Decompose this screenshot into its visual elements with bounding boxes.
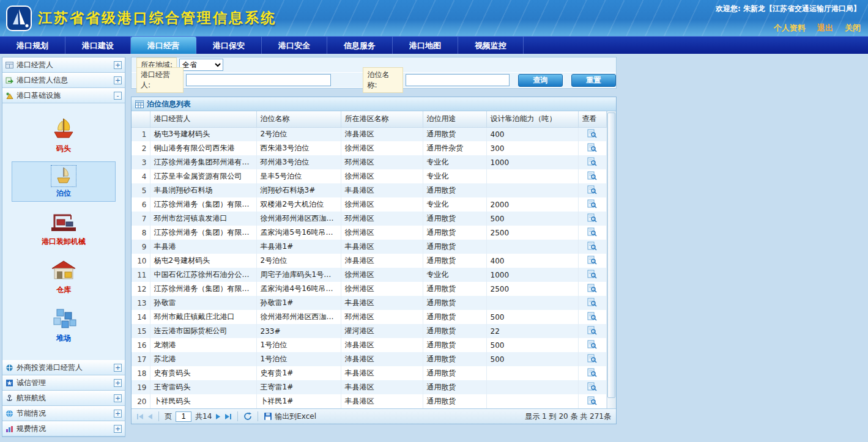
reset-button[interactable]: 重置 — [571, 74, 616, 87]
table-row[interactable]: 1杨屯3号建材码头2号泊位沛县港区通用散货400 — [132, 127, 606, 141]
view-icon[interactable] — [587, 312, 597, 321]
nav-tab[interactable]: 港口经营 — [131, 37, 196, 54]
view-icon[interactable] — [587, 368, 597, 377]
facility-item[interactable]: 码头 — [12, 113, 116, 157]
sidebar-item[interactable]: 诚信管理+ — [2, 375, 125, 391]
refresh-button[interactable] — [243, 412, 252, 421]
facility-item[interactable]: 港口装卸机械 — [12, 206, 116, 250]
pager-divider — [258, 411, 258, 421]
expand-toggle[interactable]: + — [114, 76, 122, 84]
sidebar-item[interactable]: 外商投资港口经营人+ — [2, 360, 125, 375]
view-icon[interactable] — [587, 382, 597, 391]
sidebar-item[interactable]: 规费情况+ — [2, 421, 125, 436]
facility-item[interactable]: 堆场 — [12, 303, 116, 347]
expand-toggle[interactable]: + — [114, 394, 122, 402]
expand-toggle[interactable]: + — [114, 379, 122, 387]
berth-name-input[interactable] — [406, 74, 510, 86]
table-row[interactable]: 15连云港市国际货柜公司233#灌河港区通用散货22 — [132, 324, 606, 338]
view-icon[interactable] — [587, 213, 597, 223]
table-row[interactable]: 19王寄雷码头王寄雷1#丰县港区通用散货 — [132, 380, 606, 394]
sidebar-item[interactable]: 节能情况+ — [2, 406, 125, 421]
row-number-header — [132, 111, 150, 127]
sidebar-item-label: 港口经营人 — [17, 60, 53, 70]
next-page-button[interactable] — [215, 413, 221, 420]
view-icon[interactable] — [587, 143, 597, 152]
nav-tab[interactable]: 港口安全 — [262, 37, 327, 54]
logout-link[interactable]: 退出 — [817, 23, 833, 32]
view-icon[interactable] — [587, 396, 597, 405]
table-scrollbar[interactable] — [607, 111, 617, 408]
query-button[interactable]: 查询 — [518, 74, 563, 87]
view-icon[interactable] — [587, 284, 597, 293]
first-page-button[interactable] — [136, 413, 144, 420]
view-icon[interactable] — [587, 241, 597, 251]
cell-operator: 孙敬雷 — [150, 296, 256, 310]
sidebar-item[interactable]: 港口经营人+ — [2, 57, 125, 73]
view-icon[interactable] — [587, 326, 597, 335]
profile-link[interactable]: 个人资料 — [774, 23, 806, 32]
view-icon[interactable] — [587, 298, 597, 307]
expand-toggle[interactable]: - — [114, 92, 122, 100]
region-select[interactable]: 全省 — [179, 59, 223, 71]
table-row[interactable]: 13孙敬雷孙敬雷1#丰县港区通用散货 — [132, 296, 606, 310]
cell-usage: 通用散货 — [423, 394, 486, 408]
page-number-input[interactable] — [176, 411, 191, 422]
view-icon[interactable] — [587, 270, 597, 279]
table-row[interactable]: 11中国石化江苏徐州石油分公司周...周宅子油库码头1号泊位徐州港区专业化100… — [132, 268, 606, 282]
view-icon[interactable] — [587, 185, 597, 194]
prev-page-button[interactable] — [147, 413, 153, 420]
table-row[interactable]: 17苏北港1号泊位沛县港区通用散货500 — [132, 352, 606, 366]
view-icon[interactable] — [587, 129, 597, 138]
last-page-button[interactable] — [224, 413, 232, 420]
table-row[interactable]: 20卜祥民码头卜祥民1#丰县港区通用散货 — [132, 394, 606, 408]
table-row[interactable]: 5丰县润翔砂石料场润翔砂石料场3#丰县港区通用散货 — [132, 183, 606, 197]
operator-input[interactable] — [186, 74, 331, 86]
close-link[interactable]: 关闭 — [845, 23, 861, 32]
cell-capacity — [486, 380, 578, 394]
row-number: 1 — [132, 127, 150, 141]
table-row[interactable]: 6江苏徐州港务（集团）有限公司双楼港2号大机泊位徐州港区专业化2000 — [132, 197, 606, 212]
table-row[interactable]: 7邳州市岔河镇袁发港口徐州港邳州港区西泇河...邳州港区通用散货500 — [132, 212, 606, 226]
view-icon[interactable] — [587, 354, 597, 363]
table-row[interactable]: 4江苏呈丰金属资源有限公司呈丰5号泊位徐州港区专业化 — [132, 169, 606, 183]
row-number: 14 — [132, 310, 150, 324]
nav-tab[interactable]: 信息服务 — [327, 37, 393, 54]
table-row[interactable]: 16龙潮港1号泊位沛县港区通用散货500 — [132, 338, 606, 352]
table-row[interactable]: 12江苏徐州港务（集团）有限公司孟家沟港4号16吨吊泊位徐州港区通用散货2500 — [132, 282, 606, 296]
facility-item[interactable]: 仓库 — [12, 254, 116, 298]
facility-item[interactable]: 泊位 — [12, 161, 116, 202]
table-row[interactable]: 8江苏徐州港务（集团）有限公司孟家沟港5号16吨吊泊位徐州港区通用散货2500 — [132, 226, 606, 240]
expand-toggle[interactable]: + — [114, 425, 122, 433]
export-excel-button[interactable]: 输出到Excel — [264, 411, 316, 422]
view-cell — [578, 141, 606, 155]
table-row[interactable]: 2铜山港务有限公司西朱港西朱港3号泊位徐州港区通用件杂货300 — [132, 141, 606, 155]
view-icon[interactable] — [587, 157, 597, 166]
expand-toggle[interactable]: + — [114, 61, 122, 69]
cell-usage: 通用散货 — [423, 127, 486, 141]
expand-toggle[interactable]: + — [114, 364, 122, 372]
scrollbar-thumb[interactable] — [607, 112, 615, 398]
nav-tab[interactable]: 港口建设 — [65, 37, 131, 54]
table-row[interactable]: 3江苏徐州港务集团邳州港有限公司邳州港3号泊位邳州港区专业化1000 — [132, 155, 606, 169]
expand-toggle[interactable]: + — [114, 410, 122, 418]
view-icon[interactable] — [587, 256, 597, 265]
nav-tab[interactable]: 视频监控 — [458, 37, 524, 54]
nav-tab[interactable]: 港口保安 — [196, 37, 262, 54]
table-row[interactable]: 14邳州市戴庄镇戴庄北港口徐州港邳州港区西泇河...邳州港区通用散货500 — [132, 310, 606, 324]
nav-tab[interactable]: 港口地图 — [393, 37, 458, 54]
view-icon[interactable] — [587, 171, 597, 180]
sidebar-item[interactable]: 航班航线+ — [2, 391, 125, 406]
column-header: 港口经营人 — [150, 111, 256, 127]
table-row[interactable]: 9丰县港丰县港1#丰县港区通用散货 — [132, 240, 606, 254]
nav-tab[interactable]: 港口规划 — [0, 37, 65, 54]
row-number: 13 — [132, 296, 150, 310]
sidebar-item[interactable]: 港口经营人信息+ — [2, 73, 125, 88]
view-icon[interactable] — [587, 340, 597, 349]
table-row[interactable]: 10杨屯2号建材码头2号泊位沛县港区通用散货400 — [132, 254, 606, 268]
welcome-text: 欢迎您: 朱新龙【江苏省交通运输厅港口局】 — [716, 4, 861, 14]
sidebar-item[interactable]: 港口基础设施- — [2, 88, 125, 103]
table-row[interactable]: 18史有贵码头史有贵1#丰县港区通用散货 — [132, 366, 606, 380]
view-icon[interactable] — [587, 199, 597, 208]
row-number: 20 — [132, 394, 150, 408]
view-icon[interactable] — [587, 227, 597, 237]
